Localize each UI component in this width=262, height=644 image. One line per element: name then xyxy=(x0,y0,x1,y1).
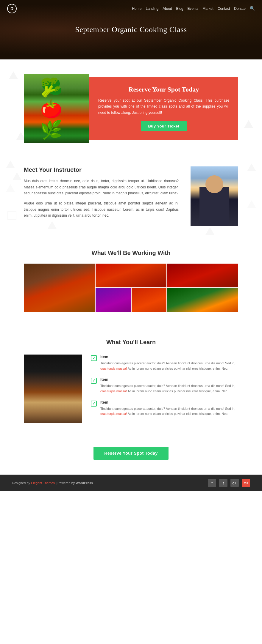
gallery-grid xyxy=(24,264,238,312)
footer-credits: Designed by Elegant Themes | Powered by … xyxy=(12,481,93,485)
gallery-image-1 xyxy=(24,264,95,312)
buy-ticket-button[interactable]: Buy Your Ticket xyxy=(141,121,186,131)
checkbox-1 xyxy=(91,355,97,361)
logo-letter: D xyxy=(10,6,13,11)
check-icon-2 xyxy=(91,378,97,384)
reserve-title: Reserve Your Spot Today xyxy=(98,86,229,93)
instructor-photo xyxy=(191,166,238,226)
gallery-image-2 xyxy=(96,264,166,287)
gallery-section: What We'll Be Working With xyxy=(0,238,262,324)
decor-tri-inst-5 xyxy=(205,227,214,235)
nav-links: Home Landing About Blog Events Market Co… xyxy=(132,6,255,11)
nav-link-market[interactable]: Market xyxy=(202,7,213,11)
social-googleplus[interactable]: g+ xyxy=(230,479,239,487)
instructor-section: Meet Your Instructor Mus duis eros lectu… xyxy=(0,152,262,238)
nav-link-home[interactable]: Home xyxy=(132,7,141,11)
decor-tri-inst-7 xyxy=(247,200,256,208)
reserve-food-image xyxy=(24,74,89,143)
learn-item-3: Item Tincidunt cum egestas placerat auct… xyxy=(91,400,238,417)
nav-link-contact[interactable]: Contact xyxy=(218,7,230,11)
nav-link-blog[interactable]: Blog xyxy=(176,7,183,11)
nav-link-about[interactable]: About xyxy=(163,7,172,11)
footer-separator: | Powered by xyxy=(55,481,76,485)
learn-items-list: Item Tincidunt cum egestas placerat auct… xyxy=(91,355,238,423)
decor-tri-inst-4 xyxy=(48,221,57,229)
learn-item-2-text: Tincidunt cum egestas placerat auctor, d… xyxy=(100,383,238,394)
social-facebook[interactable]: f xyxy=(208,479,216,487)
decor-triangle-3 xyxy=(244,120,253,128)
cta-section: Reserve Your Spot Today xyxy=(0,438,262,475)
footer: Designed by Elegant Themes | Powered by … xyxy=(0,475,262,491)
gallery-image-3 xyxy=(167,264,238,287)
reserve-image-wrapper xyxy=(24,74,89,143)
instructor-text-block: Meet Your Instructor Mus duis eros lectu… xyxy=(24,166,179,223)
check-icon-1 xyxy=(91,355,97,361)
learn-section: What You'll Learn Item Tincidunt cum ege… xyxy=(0,324,262,438)
navbar: D Home Landing About Blog Events Market … xyxy=(0,0,262,17)
decor-tri-inst-3 xyxy=(6,184,15,192)
learn-image xyxy=(24,355,82,423)
decor-triangle-1 xyxy=(9,71,18,79)
footer-social-links: f t g+ rss xyxy=(208,479,250,487)
learn-heading: What You'll Learn xyxy=(24,339,238,346)
nav-link-events[interactable]: Events xyxy=(188,7,199,11)
learn-item-1-content: Item Tincidunt cum egestas placerat auct… xyxy=(100,355,238,371)
decor-tri-inst-6 xyxy=(247,163,256,171)
nav-link-landing[interactable]: Landing xyxy=(146,7,158,11)
footer-platform: WordPress xyxy=(76,481,93,485)
learn-item-2: Item Tincidunt cum egestas placerat auct… xyxy=(91,377,238,394)
instructor-heading: Meet Your Instructor xyxy=(24,166,179,173)
decor-tri-inst-2 xyxy=(13,172,21,180)
instructor-para-2: Augue odio urna ut et platea integer pla… xyxy=(24,200,179,218)
instructor-para-1: Mus duis eros lectus rhoncus nec, odio r… xyxy=(24,178,179,196)
gallery-heading: What We'll Be Working With xyxy=(24,250,238,256)
reserve-section: Reserve Your Spot Today Reserve your spo… xyxy=(0,65,262,152)
social-rss[interactable]: rss xyxy=(242,479,250,487)
gallery-image-4a xyxy=(96,288,131,312)
learn-item-3-text: Tincidunt cum egestas placerat auctor, d… xyxy=(100,406,238,417)
learn-content: Item Tincidunt cum egestas placerat auct… xyxy=(24,355,238,423)
page-content: Reserve Your Spot Today Reserve your spo… xyxy=(0,65,262,475)
learn-item-1-text: Tincidunt cum egestas placerat auctor, d… xyxy=(100,361,238,371)
decor-tri-inst-1 xyxy=(6,160,15,168)
learn-item-3-title: Item xyxy=(100,400,238,404)
gallery-image-4b xyxy=(132,288,167,312)
learn-image-inner xyxy=(24,355,82,423)
decor-square-1 xyxy=(7,211,16,220)
site-logo[interactable]: D xyxy=(7,4,17,13)
check-icon-3 xyxy=(91,401,97,407)
nav-link-donate[interactable]: Donate xyxy=(234,7,246,11)
learn-item-3-content: Item Tincidunt cum egestas placerat auct… xyxy=(100,400,238,417)
learn-item-1-title: Item xyxy=(100,355,238,359)
reserve-text: Reserve your spot at our September Organ… xyxy=(98,97,229,116)
footer-brand-link[interactable]: Elegant Themes xyxy=(31,481,55,485)
gallery-image-5 xyxy=(167,288,238,312)
search-icon[interactable]: 🔍 xyxy=(250,6,255,11)
reserve-card: Reserve Your Spot Today Reserve your spo… xyxy=(89,77,238,140)
reserve-spot-button[interactable]: Reserve Your Spot Today xyxy=(93,447,169,460)
social-twitter[interactable]: t xyxy=(219,479,227,487)
learn-item-2-title: Item xyxy=(100,377,238,382)
checkbox-2 xyxy=(91,378,97,384)
checkbox-3 xyxy=(91,401,97,407)
learn-item-2-content: Item Tincidunt cum egestas placerat auct… xyxy=(100,377,238,394)
hero-title: September Organic Cooking Class xyxy=(75,25,187,34)
learn-item-1: Item Tincidunt cum egestas placerat auct… xyxy=(91,355,238,371)
gallery-image-4 xyxy=(96,288,166,312)
footer-designed-by: Designed by xyxy=(12,481,31,485)
